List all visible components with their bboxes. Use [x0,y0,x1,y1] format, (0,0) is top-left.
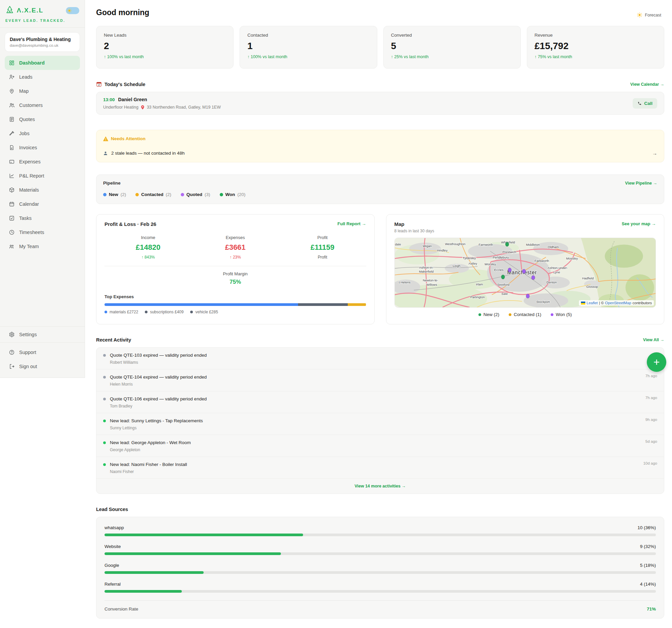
forecast-button[interactable]: Forecast [637,12,661,18]
stat-card-converted[interactable]: Converted 5 ↑ 25% vs last month [383,26,521,69]
sidebar-item-invoices[interactable]: Invoices [5,141,80,155]
expense-legend-vehicle: vehicle £285 [190,310,218,314]
lead-source-label: whatsapp [104,525,124,530]
lead-source-row-referral: Referral 4 (14%) [104,582,656,593]
pnl-panel: Profit & Loss · Feb 26 Full Report → Inc… [96,214,375,324]
arrow-right-icon[interactable]: → [652,150,657,156]
theme-toggle[interactable] [66,7,79,14]
map-town-label: Newton-le- [423,278,438,282]
map-town-label: Manchester [507,270,537,275]
needs-attention-title-wrap: Needs Attention [103,136,657,141]
sidebar-item-materials[interactable]: Materials [5,183,80,197]
lead-source-bar [104,552,281,555]
sidebar-item-leads[interactable]: Leads [5,70,80,84]
top-expenses-label: Top Expenses [104,294,366,299]
stale-leads-row[interactable]: 2 stale leads — not contacted in 48h → [103,150,657,156]
calendar-icon [9,201,15,207]
sidebar-item-sign-out[interactable]: Sign out [5,359,80,373]
sidebar-item-quotes[interactable]: Quotes [5,112,80,126]
openstreetmap-link[interactable]: OpenStreetMap [605,301,631,305]
lead-source-value: 5 (18%) [640,563,656,568]
pipeline-legend: New (2) Contacted (2) Quoted (3) Won (20… [103,192,657,197]
map-town-label: Stockport [536,300,550,304]
sidebar-item-support[interactable]: Support [5,345,80,359]
sidebar-footer: Support Sign out [0,343,85,377]
add-button[interactable]: + [647,352,666,372]
pipeline-stage-contacted: Contacted (2) [136,192,171,197]
schedule-card[interactable]: 13:00 Daniel Green Underfloor Heating 33… [96,92,664,115]
sidebar-item-timesheets[interactable]: Timesheets [5,225,80,239]
sidebar-item-customers[interactable]: Customers [5,98,80,112]
sidebar-item-jobs[interactable]: Jobs [5,126,80,141]
activity-row[interactable]: Quote QTE-104 expired — validity period … [96,370,664,391]
call-label: Call [644,101,652,106]
leaflet-link[interactable]: Leaflet [587,301,598,305]
stat-label: Contacted [247,32,369,38]
sidebar-item-tasks[interactable]: Tasks [5,211,80,225]
view-calendar-link[interactable]: View Calendar → [630,82,664,87]
activity-dot [103,441,106,444]
view-pipeline-link[interactable]: View Pipeline → [625,181,657,186]
user-card[interactable]: Dave's Plumbing & Heating dave@davesplum… [5,32,80,52]
map-lead-marker[interactable] [526,294,529,298]
stat-value: 1 [247,41,369,51]
leaflet-map[interactable]: daleWiganWesthoughtonFarnworthWhitefield… [394,238,656,308]
see-your-map-link[interactable]: See your map → [622,221,656,226]
sidebar-item-label: Tasks [19,215,31,221]
pipeline-card: Pipeline View Pipeline → New (2) Contact… [96,175,664,204]
sidebar-item-calendar[interactable]: Calendar [5,197,80,211]
schedule-title-wrap: 17 Today's Schedule [96,82,145,87]
sidebar-item-label: Leads [19,74,32,80]
clock-icon [9,229,15,235]
ukraine-flag-icon [581,302,585,305]
view-all-link[interactable]: View All → [643,338,664,342]
expense-segment-materials [104,303,298,306]
sidebar-item-label: Invoices [19,145,37,150]
income-value: £14820 [104,243,192,252]
brand-name: Λ.X.E.L [17,7,43,14]
map-town-label: t Helens [399,280,411,284]
call-button[interactable]: Call [633,98,657,109]
expenses-value: £3661 [192,243,279,252]
person-bust-icon [103,151,108,156]
sidebar-item-map[interactable]: Map [5,84,80,98]
map-lead-marker[interactable] [531,275,534,280]
stat-card-new-leads[interactable]: New Leads 2 ↑ 100% vs last month [96,26,234,69]
lead-sources-title: Lead Sources [96,507,128,512]
sidebar-item-pnl-report[interactable]: P&L Report [5,169,80,183]
sidebar-item-settings[interactable]: Settings [5,327,80,342]
map-lead-marker[interactable] [501,275,504,279]
stat-card-revenue[interactable]: Revenue £15,792 ↑ 75% vs last month [527,26,664,69]
sidebar-item-my-team[interactable]: My Team [5,239,80,254]
activity-row[interactable]: Quote QTE-106 expired — validity period … [96,391,664,413]
activity-row[interactable]: New lead: George Appleton - Wet Room Geo… [96,435,664,457]
map-pin-icon [9,88,15,94]
activity-row[interactable]: New lead: Naomi Fisher - Boiler Install … [96,457,664,479]
activity-row[interactable]: Quote QTE-103 expired — validity period … [96,348,664,370]
calendar-emoji-icon: 17 [96,82,102,87]
view-more-activities-link[interactable]: View 14 more activities → [96,479,664,493]
map-town-label: Makerfield [419,270,433,273]
pipeline-stage-quoted: Quoted (3) [181,192,210,197]
map-lead-marker[interactable] [522,269,526,274]
stage-dot [136,193,139,196]
sidebar-item-expenses[interactable]: Expenses [5,155,80,169]
map-town-label: Failsworth [534,258,549,262]
stage-dot [103,193,106,196]
map-town-label: Farnworth [478,242,493,246]
credit-card-icon [9,159,15,165]
map-town-label: Glossop [586,285,598,288]
map-lead-marker[interactable] [505,242,509,247]
activity-dot [103,354,106,357]
page-title: Good morning [96,8,664,17]
stat-card-contacted[interactable]: Contacted 1 ↑ 100% vs last month [240,26,377,69]
sidebar-item-dashboard[interactable]: Dashboard [5,56,80,70]
full-report-link[interactable]: Full Report → [337,221,366,226]
map-town-label: Sale [501,292,508,296]
user-email: dave@davesplumbing.co.uk [10,43,75,47]
invoice-file-icon [9,144,15,150]
map-lead-marker[interactable] [508,268,511,272]
activity-row[interactable]: New lead: Sunny Lettings - Tap Replaceme… [96,413,664,435]
profit-margin-block: Profit Margin 75% [104,271,366,285]
lead-source-label: Website [104,544,121,549]
